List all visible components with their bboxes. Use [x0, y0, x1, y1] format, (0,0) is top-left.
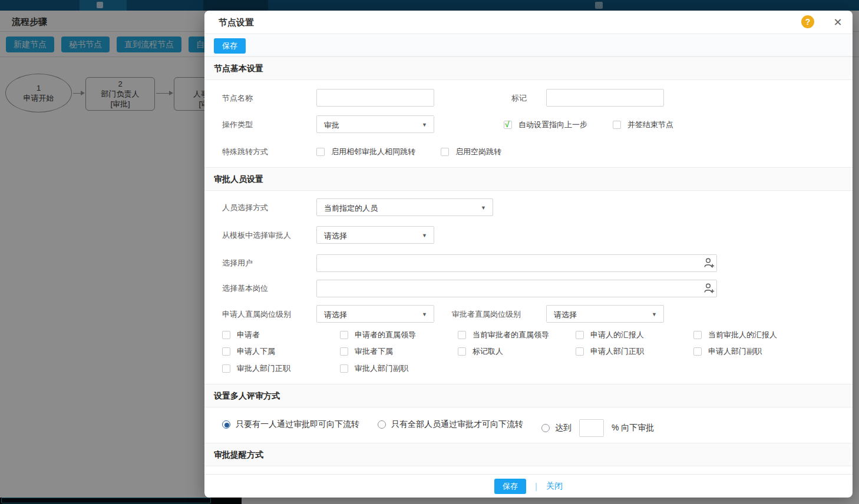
dialog-toolbar: 保存 — [204, 35, 853, 57]
select-position-input[interactable] — [316, 280, 717, 297]
checkbox-icon — [576, 331, 584, 339]
chevron-down-icon: ▼ — [422, 311, 427, 317]
approver-option-checkbox[interactable]: 申请人下属 — [222, 346, 275, 357]
template-approver-select[interactable]: 请选择 ▼ — [316, 226, 434, 244]
approver-option-checkbox[interactable]: 审批人部门副职 — [340, 363, 408, 374]
close-icon[interactable]: ✕ — [831, 16, 844, 29]
operation-type-select[interactable]: 审批 ▼ — [316, 115, 434, 133]
checkbox-icon — [441, 148, 449, 156]
section-title: 审批提醒方式 — [214, 450, 263, 460]
dialog-footer: 保存 | 关闭 — [204, 474, 853, 498]
dialog-header: 节点设置 ? ✕ — [204, 11, 853, 34]
multi-review-radio-2[interactable]: 只有全部人员通过审批才可向下流转 — [378, 419, 523, 430]
operation-type-label: 操作类型 — [222, 120, 253, 130]
checkbox-checked-icon — [504, 121, 512, 129]
checkbox-icon — [340, 331, 348, 339]
checkbox-icon — [576, 347, 584, 356]
footer-divider: | — [535, 481, 537, 491]
section-multi-review: 设置多人评审方式 — [204, 384, 853, 407]
countersign-end-checkbox[interactable]: 并签结束节点 — [613, 120, 673, 130]
checkbox-icon — [340, 347, 348, 356]
checkbox-icon — [458, 347, 466, 356]
add-user-icon[interactable] — [703, 257, 715, 269]
checkbox-icon — [613, 121, 621, 129]
special-jump-label: 特殊跳转方式 — [222, 147, 268, 157]
approver-option-checkbox[interactable]: 申请人的汇报人 — [576, 330, 644, 340]
section-approver-settings: 审批人员设置 — [204, 167, 853, 191]
approver-option-checkbox[interactable]: 审批人部门正职 — [222, 363, 290, 374]
checkbox-icon — [458, 331, 466, 339]
approver-option-checkbox[interactable]: 申请人部门正职 — [576, 346, 644, 357]
save-button-top[interactable]: 保存 — [214, 38, 246, 54]
chevron-down-icon: ▼ — [422, 122, 427, 128]
radio-icon — [541, 424, 550, 432]
select-user-label: 选择用户 — [222, 258, 253, 268]
chevron-down-icon: ▼ — [481, 205, 486, 211]
radio-selected-icon — [222, 420, 230, 429]
multi-review-radio-3[interactable]: 达到% 向下审批 — [541, 419, 654, 437]
dialog-title: 节点设置 — [219, 17, 254, 28]
radio-icon — [378, 420, 386, 429]
checkbox-icon — [693, 331, 702, 339]
help-icon[interactable]: ? — [801, 15, 814, 28]
applicant-level-select[interactable]: 请选择 ▼ — [316, 305, 434, 323]
chevron-down-icon: ▼ — [652, 311, 657, 317]
checkbox-icon — [222, 364, 230, 373]
person-mode-label: 人员选择方式 — [222, 203, 268, 213]
mark-input[interactable] — [546, 89, 664, 107]
section-title: 审批人员设置 — [214, 174, 263, 185]
section-remind-mode: 审批提醒方式 — [204, 443, 853, 466]
approver-option-checkbox[interactable]: 标记取人 — [458, 346, 503, 357]
approver-option-checkbox[interactable]: 申请者 — [222, 330, 260, 340]
checkbox-icon — [340, 364, 348, 373]
section-title: 节点基本设置 — [214, 64, 263, 74]
adjacent-jump-checkbox[interactable]: 启用相邻审批人相同跳转 — [316, 147, 415, 157]
checkbox-icon — [693, 347, 702, 356]
close-link[interactable]: 关闭 — [546, 481, 563, 492]
checkbox-icon — [222, 347, 230, 356]
save-button-bottom[interactable]: 保存 — [494, 479, 526, 494]
approver-level-label: 审批者直属岗位级别 — [452, 309, 521, 320]
mark-label: 标记 — [511, 93, 527, 104]
approver-option-checkbox[interactable]: 申请者的直属领导 — [340, 330, 416, 340]
auto-point-prev-checkbox[interactable]: 自动设置指向上一步 — [504, 120, 587, 130]
approver-option-checkbox[interactable]: 申请人部门副职 — [693, 346, 762, 357]
select-user-input[interactable] — [316, 254, 717, 272]
node-settings-dialog: 节点设置 ? ✕ 保存 节点基本设置 节点名称 标记 操作类型 审批 ▼ 自动设… — [204, 11, 853, 498]
section-basic-settings: 节点基本设置 — [204, 57, 853, 80]
section-title: 设置多人评审方式 — [214, 391, 280, 402]
approver-option-checkbox[interactable]: 当前审批者的直属领导 — [458, 330, 549, 340]
checkbox-icon — [222, 331, 230, 339]
add-user-icon[interactable] — [703, 283, 715, 294]
person-mode-select[interactable]: 当前指定的人员 ▼ — [316, 198, 493, 216]
node-name-input[interactable] — [316, 89, 434, 107]
vacant-jump-checkbox[interactable]: 启用空岗跳转 — [441, 147, 501, 157]
multi-review-radio-1[interactable]: 只要有一人通过审批即可向下流转 — [222, 419, 359, 430]
approver-option-checkbox[interactable]: 审批者下属 — [340, 346, 393, 357]
template-approver-label: 从模板中选择审批人 — [222, 230, 291, 241]
select-position-label: 选择基本岗位 — [222, 283, 268, 294]
approver-option-checkbox[interactable]: 当前审批人的汇报人 — [693, 330, 777, 340]
checkbox-icon — [316, 148, 325, 156]
approver-level-select[interactable]: 请选择 ▼ — [546, 305, 664, 323]
percent-input[interactable] — [579, 419, 604, 437]
chevron-down-icon: ▼ — [422, 233, 427, 238]
applicant-level-label: 申请人直属岗位级别 — [222, 309, 291, 320]
node-name-label: 节点名称 — [222, 93, 253, 104]
